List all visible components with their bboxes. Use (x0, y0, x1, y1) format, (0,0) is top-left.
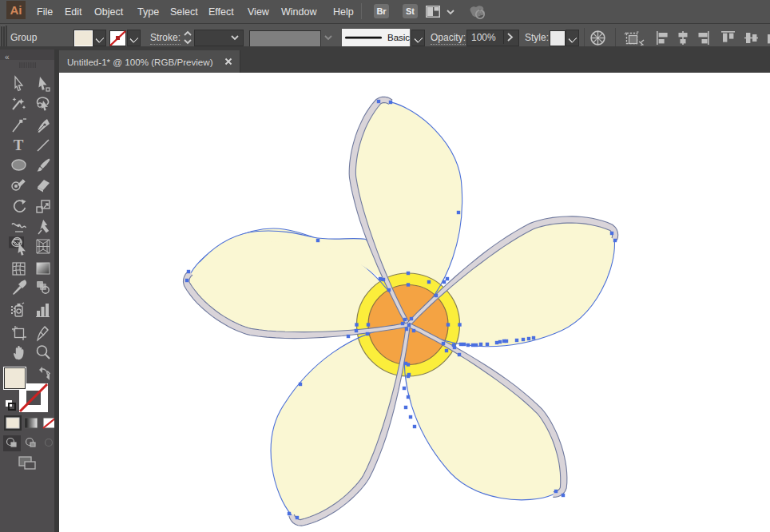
svg-text:T: T (14, 137, 24, 153)
